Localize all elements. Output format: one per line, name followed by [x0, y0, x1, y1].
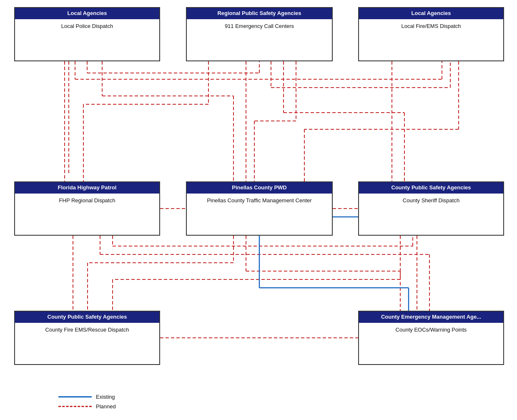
node-county-sheriff-body: County Sheriff Dispatch: [359, 194, 503, 208]
node-county-eoc: County Emergency Management Age... Count…: [358, 311, 504, 365]
node-local-police: Local Agencies Local Police Dispatch: [14, 7, 160, 61]
node-fhp-body: FHP Regional Dispatch: [15, 194, 159, 208]
node-local-police-body: Local Police Dispatch: [15, 19, 159, 33]
node-local-police-header: Local Agencies: [15, 8, 159, 19]
legend-existing: Existing: [58, 394, 116, 400]
legend-existing-line: [58, 396, 92, 397]
node-local-fire-body: Local Fire/EMS Dispatch: [359, 19, 503, 33]
legend-existing-label: Existing: [96, 394, 115, 400]
node-county-eoc-header: County Emergency Management Age...: [359, 312, 503, 323]
node-fhp-header: Florida Highway Patrol: [15, 182, 159, 194]
node-county-sheriff-header: County Public Safety Agencies: [359, 182, 503, 194]
node-county-fire: County Public Safety Agencies County Fir…: [14, 311, 160, 365]
node-regional-911-body: 911 Emergency Call Centers: [187, 19, 332, 33]
diagram-container: Local Agencies Local Police Dispatch Reg…: [0, 0, 517, 420]
node-regional-911-header: Regional Public Safety Agencies: [187, 8, 332, 19]
node-pinellas-pwd-header: Pinellas County PWD: [187, 182, 332, 194]
node-pinellas-pwd: Pinellas County PWD Pinellas County Traf…: [186, 181, 333, 236]
node-county-fire-body: County Fire EMS/Rescue Dispatch: [15, 323, 159, 337]
legend-planned-label: Planned: [96, 403, 116, 410]
node-regional-911: Regional Public Safety Agencies 911 Emer…: [186, 7, 333, 61]
node-county-sheriff: County Public Safety Agencies County She…: [358, 181, 504, 236]
node-fhp: Florida Highway Patrol FHP Regional Disp…: [14, 181, 160, 236]
node-county-eoc-body: County EOCs/Warning Points: [359, 323, 503, 337]
legend-planned-line: [58, 406, 92, 407]
legend-planned: Planned: [58, 403, 116, 410]
node-county-fire-header: County Public Safety Agencies: [15, 312, 159, 323]
node-local-fire: Local Agencies Local Fire/EMS Dispatch: [358, 7, 504, 61]
legend: Existing Planned: [58, 394, 116, 410]
node-local-fire-header: Local Agencies: [359, 8, 503, 19]
node-pinellas-pwd-body: Pinellas County Traffic Management Cente…: [187, 194, 332, 208]
